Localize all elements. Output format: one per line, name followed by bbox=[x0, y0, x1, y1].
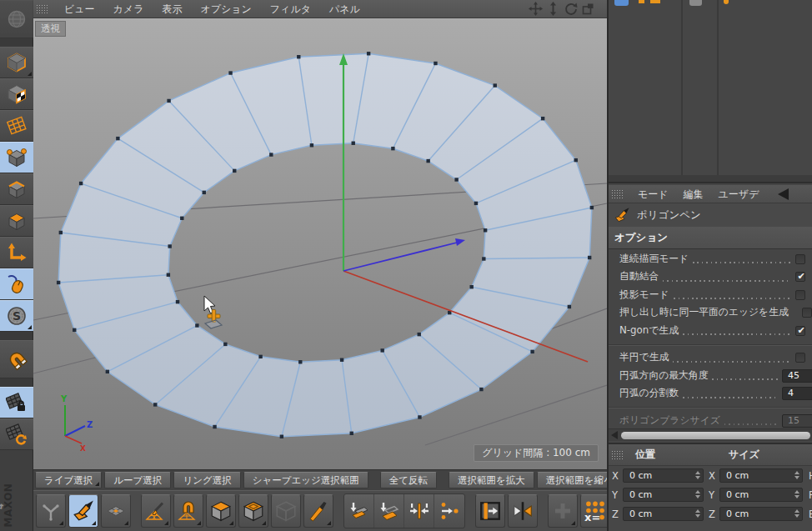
option-checkbox[interactable] bbox=[802, 308, 812, 318]
history-back-icon[interactable] bbox=[778, 188, 789, 200]
dotted-leader bbox=[712, 378, 778, 380]
brand-logo: MAXON CINEMA 4 bbox=[0, 476, 33, 531]
options-section-header[interactable]: オプション bbox=[609, 227, 812, 249]
sidebar-item-edges-mode[interactable] bbox=[0, 173, 33, 205]
panel-grip-icon[interactable] bbox=[611, 450, 624, 460]
select-button-3[interactable]: シャープエッジ選択範囲 bbox=[243, 472, 368, 488]
smooth-shift-icon bbox=[274, 499, 298, 523]
scrollbar-thumb[interactable] bbox=[621, 432, 810, 439]
size-field[interactable]: 0 cm bbox=[719, 488, 803, 502]
tool-knife[interactable] bbox=[303, 494, 333, 528]
viewport-menu-item-4[interactable]: フィルタ bbox=[261, 0, 320, 18]
torus-mesh[interactable] bbox=[57, 52, 594, 438]
option-checkbox[interactable] bbox=[795, 353, 805, 363]
select-button-0[interactable]: ライブ選択 bbox=[35, 472, 102, 488]
tool-align-normals[interactable] bbox=[508, 494, 538, 528]
attribute-menu-item-1[interactable]: 編集 bbox=[676, 185, 711, 203]
attribute-menu-item-0[interactable]: モード bbox=[630, 185, 676, 203]
select-button-2[interactable]: リング選択 bbox=[173, 472, 240, 488]
option-checkbox[interactable] bbox=[795, 254, 805, 264]
size-field[interactable]: 0 cm bbox=[719, 468, 803, 483]
object-manager-panel[interactable] bbox=[609, 0, 812, 175]
tool-polygon-pen[interactable] bbox=[68, 494, 98, 528]
sidebar-item-workplane-align[interactable] bbox=[0, 418, 33, 450]
select-button-4[interactable]: 全て反転 bbox=[380, 472, 437, 488]
select-button-5[interactable]: 選択範囲を拡大 bbox=[449, 472, 534, 488]
sidebar-item-globe[interactable] bbox=[0, 0, 33, 38]
tool-patch[interactable] bbox=[101, 494, 131, 528]
modeling-toolbar: x= bbox=[33, 490, 607, 531]
option-value-field[interactable]: 15 bbox=[782, 414, 812, 428]
tool-extrude-inner-2[interactable] bbox=[374, 494, 404, 528]
extrude-inner-2-icon bbox=[378, 500, 400, 522]
option-row: ポリゴンブラシサイズ 15 bbox=[609, 412, 812, 430]
workplane-align-icon bbox=[6, 423, 28, 445]
scroll-left-icon[interactable] bbox=[611, 431, 618, 439]
viewport-nav-controls bbox=[529, 2, 607, 16]
mouse-icon bbox=[6, 273, 28, 295]
toggle-view-icon[interactable] bbox=[581, 2, 595, 16]
tool-set-value[interactable]: x= bbox=[580, 494, 607, 528]
sidebar-item-axis-mode[interactable] bbox=[0, 237, 33, 268]
tool-magnet[interactable] bbox=[173, 494, 203, 528]
tool-smooth-shift[interactable] bbox=[271, 494, 301, 528]
position-field[interactable]: 0 cm bbox=[623, 468, 704, 483]
option-value-field[interactable]: 45 bbox=[782, 369, 812, 383]
option-checkbox[interactable] bbox=[795, 272, 805, 282]
attribute-menu-item-2[interactable]: ユーザデ bbox=[711, 185, 767, 203]
position-field[interactable]: 0 cm bbox=[623, 488, 704, 502]
svg-text:Z: Z bbox=[87, 420, 93, 429]
panel-grip-icon[interactable] bbox=[611, 189, 624, 199]
pan-view-icon[interactable] bbox=[529, 2, 543, 16]
perspective-viewport[interactable]: Y Z X 透視 グリッド間隔 : 100 cm bbox=[33, 18, 607, 469]
viewport-menu-item-3[interactable]: オプション bbox=[191, 0, 260, 18]
sidebar-item-points-mode[interactable] bbox=[0, 142, 33, 173]
tool-move-axis[interactable] bbox=[36, 494, 66, 528]
tool-extrude[interactable] bbox=[206, 494, 236, 528]
tag-icon bbox=[650, 0, 660, 3]
panel-grip-icon[interactable] bbox=[36, 4, 48, 14]
tool-extrude-inner[interactable] bbox=[238, 494, 268, 528]
weld-icon bbox=[409, 500, 430, 522]
tool-collapse[interactable] bbox=[434, 494, 464, 528]
tool-mirror[interactable] bbox=[475, 494, 505, 528]
position-field[interactable]: 0 cm bbox=[623, 507, 704, 521]
brand-cinema: CINEMA 4 bbox=[0, 476, 5, 509]
option-value-field[interactable]: 4 bbox=[782, 387, 812, 400]
option-checkbox[interactable] bbox=[795, 290, 805, 300]
viewport-menu-item-2[interactable]: 表示 bbox=[153, 0, 191, 18]
sidebar-item-workplane-lock[interactable] bbox=[0, 387, 33, 418]
patch-icon bbox=[105, 500, 127, 522]
dolly-view-icon[interactable] bbox=[546, 2, 560, 16]
position-header: 位置 bbox=[635, 448, 655, 462]
viewport-menu-item-1[interactable]: カメラ bbox=[104, 0, 153, 18]
sidebar-item-magnet[interactable] bbox=[0, 340, 33, 378]
view-label[interactable]: 透視 bbox=[35, 21, 66, 37]
tool-bevel[interactable] bbox=[344, 494, 374, 528]
object-manager-scrollbar[interactable] bbox=[609, 175, 812, 183]
tool-weld[interactable] bbox=[404, 494, 434, 528]
viewport-menu-item-5[interactable]: パネル bbox=[320, 0, 369, 18]
option-checkbox[interactable] bbox=[795, 326, 805, 336]
size-field[interactable]: 0 cm bbox=[719, 507, 803, 521]
select-button-1[interactable]: ループ選択 bbox=[104, 472, 171, 488]
sidebar-item-model-mode[interactable] bbox=[0, 47, 33, 78]
extrude-tool-group bbox=[343, 493, 465, 528]
select-button-6[interactable]: 選択範囲を縮小 bbox=[537, 472, 607, 488]
sidebar-item-polygons-mode[interactable] bbox=[0, 205, 33, 237]
tool-add-point[interactable] bbox=[548, 494, 578, 528]
sidebar-item-viewport-solo[interactable] bbox=[0, 268, 33, 300]
sidebar-item-texture-mode[interactable] bbox=[0, 78, 33, 110]
rotate-view-icon[interactable] bbox=[564, 2, 578, 16]
viewport-menu-item-0[interactable]: ビュー bbox=[55, 0, 104, 18]
viewport-column: ビューカメラ表示オプションフィルタパネル bbox=[33, 0, 607, 531]
attribute-scrollbar[interactable] bbox=[609, 428, 812, 441]
extrude-icon bbox=[209, 499, 233, 523]
tool-brush[interactable] bbox=[141, 494, 171, 528]
dotted-leader bbox=[683, 397, 778, 398]
sidebar-item-snap[interactable]: S bbox=[0, 300, 33, 332]
option-row: 押し出し時に同一平面のエッジを生成 bbox=[609, 304, 812, 323]
sidebar-item-workplane-mode[interactable] bbox=[0, 110, 33, 142]
coordinate-manager: 位置 サイズ X 0 cm X 0 cm H Y 0 cm Y 0 cm P Z… bbox=[609, 443, 812, 531]
submenu-corner bbox=[28, 72, 32, 76]
